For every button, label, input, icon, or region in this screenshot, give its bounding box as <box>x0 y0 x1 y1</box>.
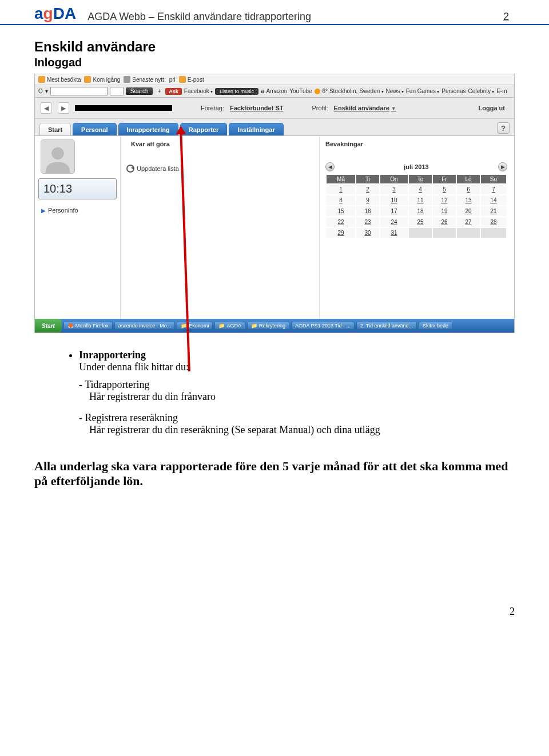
profile-label: Profil: <box>312 105 328 111</box>
chevron-right-icon: ▶ <box>41 207 46 214</box>
nav-forward-button[interactable]: ▶ <box>58 102 69 114</box>
cal-day[interactable]: 20 <box>457 206 480 216</box>
cal-day[interactable]: 11 <box>409 195 432 205</box>
cal-day-header: On <box>380 175 408 183</box>
cal-day[interactable]: 5 <box>433 185 456 194</box>
company-value[interactable]: Fackförbundet ST <box>230 105 284 111</box>
cal-day[interactable]: 18 <box>409 206 432 216</box>
cal-day[interactable]: 16 <box>356 206 379 216</box>
cal-day[interactable]: 24 <box>380 217 408 227</box>
taskbar-item[interactable]: 2. Tid enskild använd... <box>356 322 417 330</box>
important-note: Alla underlag ska vara rapporterade före… <box>34 459 515 489</box>
tab-personal[interactable]: Personal <box>73 123 116 135</box>
cal-day[interactable]: 30 <box>356 228 379 238</box>
cal-day[interactable]: 8 <box>327 195 355 205</box>
clock: 10:13 <box>38 178 117 199</box>
plus-button[interactable]: + <box>155 88 163 94</box>
search-hyphen: ▾ <box>45 88 48 94</box>
cal-day[interactable]: 25 <box>409 217 432 227</box>
tb-music[interactable]: Listen to music <box>215 88 258 95</box>
tb-weather[interactable]: 6° Stockholm, Sweden ▾ <box>323 88 384 94</box>
bookmark-item[interactable]: Senaste nytt: <box>124 76 165 83</box>
refresh-label: Uppdatera lista <box>137 165 179 172</box>
nav-back-button[interactable]: ◀ <box>41 102 52 114</box>
tb-more[interactable]: E-m <box>496 88 507 94</box>
cal-day[interactable]: 21 <box>481 206 506 216</box>
tb-youtube[interactable]: YouTube <box>289 88 312 94</box>
refresh-list[interactable]: Uppdatera lista <box>126 165 313 173</box>
tb-news[interactable]: News ▾ <box>386 88 404 94</box>
cal-day[interactable]: 13 <box>457 195 480 205</box>
tb-facebook[interactable]: Facebook ▾ <box>184 88 213 94</box>
cal-day[interactable]: 10 <box>380 195 408 205</box>
tb-games[interactable]: Fun Games ▾ <box>406 88 439 94</box>
taskbar-item[interactable]: 📁AGDA <box>214 322 245 330</box>
weather-icon <box>315 89 320 94</box>
cal-day[interactable]: 1 <box>327 185 355 194</box>
taskbar-item[interactable]: 📁Rekrytering <box>247 322 289 330</box>
tab-installningar[interactable]: Inställningar <box>229 123 283 135</box>
tab-bar: Start Personal Inrapportering Rapporter … <box>35 119 514 136</box>
redacted-name <box>75 105 172 111</box>
cal-next-button[interactable]: ▶ <box>498 162 507 171</box>
tb-amazon-icon[interactable]: a <box>261 88 264 94</box>
cal-day-header: Må <box>327 175 355 183</box>
cal-day[interactable]: 6 <box>457 185 480 194</box>
cal-day[interactable]: 27 <box>457 217 480 227</box>
cal-prev-button[interactable]: ◀ <box>325 162 335 171</box>
tb-personas[interactable]: Personas <box>441 88 466 94</box>
avatar <box>41 139 75 174</box>
bookmark-item[interactable]: Kom igång <box>84 76 120 83</box>
bullet-main-sub: Under denna flik hittar du: <box>79 361 189 373</box>
cal-day[interactable]: 28 <box>481 217 506 227</box>
search-dropdown[interactable] <box>110 87 124 95</box>
taskbar-item[interactable]: 🦊Mozilla Firefox <box>63 322 113 330</box>
bookmark-item[interactable]: E-post <box>179 76 204 83</box>
search-input[interactable] <box>50 87 108 95</box>
cal-day[interactable]: 15 <box>327 206 355 216</box>
cal-day[interactable]: 23 <box>356 217 379 227</box>
cal-day[interactable]: 29 <box>327 228 355 238</box>
cal-day[interactable]: 19 <box>433 206 456 216</box>
profile-value[interactable]: Enskild användare▼ <box>334 105 396 111</box>
personinfo-label: Personinfo <box>48 207 78 214</box>
cal-day[interactable]: 9 <box>356 195 379 205</box>
refresh-icon <box>126 165 134 173</box>
right-column: Bevakningar ◀ juli 2013 ▶ Må Ti On To Fr… <box>320 136 514 319</box>
help-button[interactable]: ? <box>497 122 510 134</box>
cal-day[interactable]: 14 <box>481 195 506 205</box>
cal-day[interactable]: 4 <box>409 185 432 194</box>
cal-day[interactable]: 3 <box>380 185 408 194</box>
taskbar-item[interactable]: AGDA PS1 2013 Tid - ... <box>291 322 355 330</box>
tab-rapporter[interactable]: Rapporter <box>180 123 228 135</box>
bullet-item2-title: - Registrera reseräkning <box>79 412 178 423</box>
cal-day-empty <box>409 228 432 238</box>
cal-day-header: Fr <box>433 175 456 183</box>
taskbar-item[interactable]: ascendo invoice - Mo... <box>114 322 176 330</box>
bullet-item1-body: Här registrerar du din frånvaro <box>89 391 216 402</box>
cal-day[interactable]: 12 <box>433 195 456 205</box>
search-button[interactable]: Search <box>126 87 153 95</box>
tab-inrapportering[interactable]: Inrapportering <box>118 123 178 135</box>
start-button[interactable]: Start <box>35 319 62 333</box>
logout-link[interactable]: Logga ut <box>479 105 508 111</box>
tb-amazon[interactable]: Amazon <box>266 88 288 94</box>
calendar: Må Ti On To Fr Lö Sö 1 2 3 4 5 6 <box>325 174 507 239</box>
tab-start[interactable]: Start <box>39 123 71 135</box>
cal-day-empty <box>433 228 456 238</box>
tb-celebrity[interactable]: Celebrity ▾ <box>468 88 495 94</box>
cal-day[interactable]: 7 <box>481 185 506 194</box>
cal-day[interactable]: 2 <box>356 185 379 194</box>
taskbar-item[interactable]: 📁Ekonomi <box>177 322 213 330</box>
bookmark-item[interactable]: Mest besökta <box>38 76 81 83</box>
bookmark-item[interactable]: pri <box>169 77 176 83</box>
browser-bookmarks-bar: Mest besökta Kom igång Senaste nytt: pri… <box>35 74 514 85</box>
cal-day[interactable]: 31 <box>380 228 408 238</box>
ask-badge[interactable]: Ask <box>165 88 182 95</box>
page-header: agDA AGDA Webb – Enskild användare tidra… <box>0 0 549 25</box>
personinfo-toggle[interactable]: ▶ Personinfo <box>38 204 117 217</box>
cal-day[interactable]: 17 <box>380 206 408 216</box>
cal-day[interactable]: 26 <box>433 217 456 227</box>
taskbar-item[interactable]: Skitrx bede <box>419 322 452 330</box>
cal-day[interactable]: 22 <box>327 217 355 227</box>
